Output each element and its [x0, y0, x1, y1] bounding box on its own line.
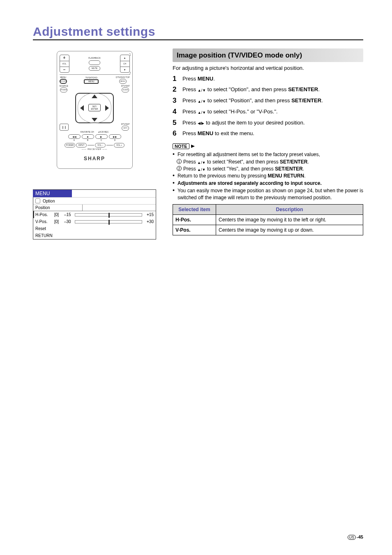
step-number: 5	[173, 119, 178, 127]
label-b: B	[82, 139, 94, 141]
page-footer: US-45	[348, 534, 363, 539]
dpad-down-icon	[92, 118, 97, 122]
step-number: 2	[173, 86, 178, 94]
label-a: A	[68, 139, 81, 141]
note-item: For resetting all adjustment items set t…	[173, 151, 363, 158]
rewind-button: ◀◀	[68, 134, 81, 139]
vpos-slider	[75, 220, 142, 223]
table-cell-desc: Centers the image by moving it to the le…	[216, 214, 363, 225]
return-row: RETURN	[33, 232, 156, 239]
return-button: RETURN	[60, 79, 67, 84]
dpad-up-icon	[92, 94, 97, 98]
step-number: 3	[173, 97, 178, 105]
steps-list: 1 Press MENU. 2 Press to select "Option"…	[173, 75, 363, 138]
favorite-label: FAVORITE CH	[81, 131, 94, 133]
label-c: C	[95, 139, 108, 141]
step-2: 2 Press to select "Option", and then pre…	[173, 86, 363, 94]
ff-button: ▶▶	[109, 134, 121, 139]
hpos-slider	[75, 213, 142, 216]
tvsatdvd-label: TV/SAT/DVD	[85, 77, 97, 79]
note-sub-2: 2 Press to select "Yes", and then press …	[173, 166, 363, 173]
vpos-value: [0]	[54, 219, 62, 224]
dpad: SET/ ENTER	[76, 94, 113, 122]
option-label: Option	[43, 199, 55, 203]
remote-control-diagram: ⤵ + VOL – FLASHBACK MUTE	[57, 51, 133, 169]
step-5: 5 Press to adjust the item to your desir…	[173, 119, 363, 127]
vol-label: VOL	[60, 61, 69, 67]
guide-button: GUIDE	[122, 88, 129, 92]
source-label: SOURCE	[60, 85, 68, 87]
page-number: -45	[357, 534, 363, 539]
region-badge: US	[348, 535, 356, 540]
page-title: Adjustment settings	[33, 25, 363, 40]
step-6: 6 Press MENU to exit the menu.	[173, 130, 363, 138]
up-down-icon	[197, 159, 205, 166]
stop-button: ■	[82, 134, 94, 139]
dpad-left-icon	[80, 105, 84, 111]
step-number: 4	[173, 108, 178, 116]
note-item: Adjustments are stored separately accord…	[173, 180, 363, 187]
note-arrow-icon	[191, 145, 195, 148]
label-d: D	[109, 139, 121, 141]
up-down-icon	[198, 108, 206, 116]
receiver-volp-button: VOL +	[114, 143, 125, 147]
vcrrec-label: ●VCR REC	[98, 131, 109, 133]
step-1: 1 Press MENU.	[173, 75, 363, 83]
menu-button: MENU	[84, 79, 99, 84]
dtvsat-label: DTV/SAT	[121, 85, 130, 87]
step-4: 4 Press to select "H-Pos." or "V-Pos.".	[173, 108, 363, 116]
table-header-item: Selected item	[173, 204, 216, 214]
note-item: You can easily move the image position a…	[173, 187, 363, 200]
pause-button: ❙❙	[60, 124, 69, 131]
brand-logo: SHARP	[60, 156, 130, 161]
up-down-icon	[198, 97, 206, 105]
left-right-icon	[198, 119, 205, 127]
table-header-desc: Description	[216, 204, 363, 214]
receiver-input-button: INPUT	[76, 143, 87, 147]
vpos-name: V-Pos.	[35, 219, 53, 224]
hpos-row: H-Pos. [0] –15 +15	[33, 211, 156, 218]
vol-down-button: –	[60, 67, 69, 72]
up-down-icon	[198, 86, 206, 94]
hpos-name: H-Pos.	[35, 212, 53, 217]
note-label: NOTE	[173, 143, 189, 149]
vol-up-button: +	[60, 55, 69, 61]
description-table: Selected item Description H-Pos. Centers…	[173, 204, 363, 235]
intro-text: For adjusting a picture's horizontal and…	[173, 64, 363, 72]
dtvsat2-label: DTV/SAT	[121, 123, 130, 125]
info-button: INFO	[122, 126, 129, 131]
vpos-max: +30	[144, 219, 154, 224]
table-cell-desc: Centers the image by moving it up or dow…	[216, 225, 363, 235]
table-cell-item: V-Pos.	[173, 225, 216, 235]
menu-header: MENU	[33, 190, 72, 197]
receiver-power-button: POWER	[65, 143, 75, 147]
flashback-button	[89, 60, 100, 65]
dtvdvdtop-label: DTV/DVD TOP	[116, 76, 129, 78]
up-down-icon	[197, 166, 205, 173]
menu-option-row: Option	[33, 197, 156, 205]
flashback-label: FLASHBACK	[88, 57, 101, 59]
vpos-row: V-Pos. [0] –30 +30	[33, 218, 156, 225]
step-number: 6	[173, 130, 178, 138]
ch-up-button: ▲	[120, 55, 129, 61]
ch-down-button: ▼	[120, 67, 129, 72]
play-button: ▶	[95, 134, 108, 139]
hpos-min: –15	[64, 212, 73, 217]
table-row: V-Pos. Centers the image by moving it up…	[173, 225, 363, 235]
vpos-min: –30	[64, 219, 73, 224]
transport-row: ◀◀ ■ ▶ ▶▶	[60, 134, 130, 139]
step-number: 1	[173, 75, 178, 83]
power-button: POWER	[60, 88, 67, 92]
option-icon	[35, 198, 40, 203]
circled-2-icon: 2	[177, 166, 182, 171]
reset-row: Reset	[33, 225, 156, 232]
receiver-label: —— RECEIVER ——	[60, 148, 130, 150]
note-item: Return to the previous menu by pressing …	[173, 173, 363, 179]
position-label: Position	[33, 205, 83, 211]
step-3: 3 Press to select "Position", and then p…	[173, 97, 363, 105]
top-menu-button: MENU	[119, 79, 127, 84]
menu-label: MENU	[60, 76, 66, 78]
mute-button: MUTE	[89, 66, 100, 71]
osd-menu-panel: MENU Option Position H-Pos. [0]	[33, 189, 156, 240]
hpos-value: [0]	[54, 212, 62, 217]
